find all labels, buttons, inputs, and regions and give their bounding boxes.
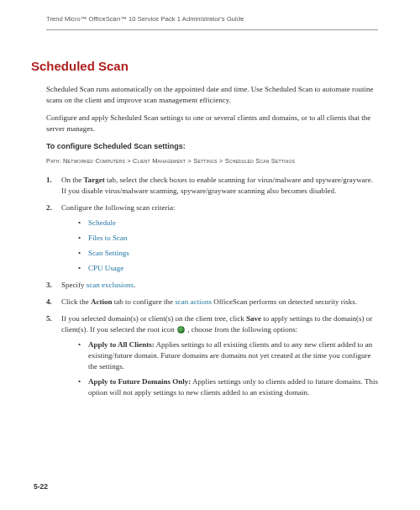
scan-actions-link[interactable]: scan actions [175,297,212,306]
scan-exclusions-link[interactable]: scan exclusions [87,281,134,289]
criteria-item: Scan Settings [78,248,378,259]
globe-icon [177,326,185,334]
page-number: 5-22 [34,481,48,492]
criteria-list: Schedule Files to Scan Scan Settings CPU… [78,218,378,274]
scan-settings-link[interactable]: Scan Settings [88,249,129,257]
step-4: Click the Action tab to configure the sc… [46,297,378,308]
text: OfficeScan performs on detected security… [212,297,357,306]
step-list: On the Target tab, select the check boxe… [46,175,378,399]
text: . [134,281,135,289]
text: Specify [61,281,87,289]
nav-path: Path: Networked Computers > Client Manag… [46,157,378,166]
step-5: If you selected domain(s) or client(s) o… [46,313,378,398]
files-to-scan-link[interactable]: Files to Scan [88,234,128,242]
criteria-item: Files to Scan [78,233,378,244]
target-tab-name: Target [84,176,105,184]
criteria-item: CPU Usage [78,263,378,274]
intro-para-2: Configure and apply Scheduled Scan setti… [46,113,378,134]
text: tab, select the check boxes to enable sc… [61,176,373,195]
text: tab to configure the [113,297,176,306]
text: On the [61,176,84,184]
criteria-item: Schedule [78,218,378,229]
option-item: Apply to Future Domains Only: Applies se… [78,376,378,398]
step-3: Specify scan exclusions. [46,280,378,291]
option-list: Apply to All Clients: Applies settings t… [78,339,378,398]
option-item: Apply to All Clients: Applies settings t… [78,339,378,372]
config-heading: To configure Scheduled Scan settings: [46,141,378,152]
schedule-link[interactable]: Schedule [88,218,116,227]
cpu-usage-link[interactable]: CPU Usage [88,264,123,272]
section-title: Scheduled Scan [31,57,378,76]
text: Click the [61,297,91,306]
option-title: Apply to Future Domains Only: [88,377,191,386]
text: If you selected domain(s) or client(s) o… [61,314,246,323]
text: Configure the following scan criteria: [61,203,175,212]
step-1: On the Target tab, select the check boxe… [46,175,378,197]
text: , choose from the following options: [186,325,297,334]
save-label: Save [246,314,261,323]
intro-para-1: Scheduled Scan runs automatically on the… [46,84,378,106]
option-title: Apply to All Clients: [88,340,155,349]
step-2: Configure the following scan criteria: S… [46,202,378,274]
action-tab-name: Action [91,297,113,306]
doc-header: Trend Micro™ OfficeScan™ 10 Service Pack… [46,15,378,30]
